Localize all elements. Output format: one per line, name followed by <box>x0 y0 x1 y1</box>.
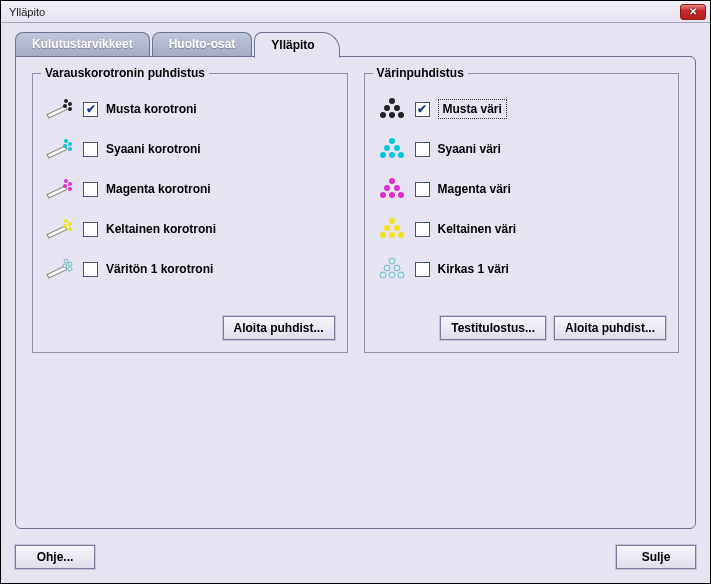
svg-point-33 <box>394 145 400 151</box>
client-area: Kulutustarvikkeet Huolto-osat Ylläpito V… <box>1 23 710 583</box>
title-bar: Ylläpito ✕ <box>1 1 710 23</box>
help-button[interactable]: Ohje... <box>15 545 95 569</box>
toner-testprint-button[interactable]: Testitulostus... <box>440 316 546 340</box>
svg-point-30 <box>398 112 404 118</box>
svg-point-23 <box>63 264 67 268</box>
toner-label-cyan: Syaani väri <box>438 142 501 156</box>
toner-checkbox-magenta[interactable] <box>415 182 430 197</box>
tab-maintenance[interactable]: Ylläpito <box>254 32 339 58</box>
toner-item-clear1: Kirkas 1 väri <box>377 256 667 282</box>
bottom-bar: Ohje... Sulje <box>15 545 696 569</box>
corotron-icon-yellow <box>45 216 75 242</box>
toner-icon-black <box>377 96 407 122</box>
toner-label-clear1: Kirkas 1 väri <box>438 262 509 276</box>
svg-point-51 <box>394 265 400 271</box>
corotron-clean-group: Varauskorotronin puhdistus Musta korotro… <box>32 73 348 353</box>
corotron-label-black: Musta korotroni <box>106 102 197 116</box>
svg-point-6 <box>64 139 68 143</box>
toner-icon-cyan <box>377 136 407 162</box>
tab-service-parts[interactable]: Huolto-osat <box>152 32 253 58</box>
corotron-icon-clear1 <box>45 256 75 282</box>
corotron-checkbox-yellow[interactable] <box>83 222 98 237</box>
svg-point-28 <box>380 112 386 118</box>
window-title: Ylläpito <box>5 6 45 18</box>
svg-point-43 <box>389 218 395 224</box>
svg-point-40 <box>380 192 386 198</box>
corotron-checkbox-black[interactable] <box>83 102 98 117</box>
svg-point-13 <box>63 184 67 188</box>
corotron-checkbox-cyan[interactable] <box>83 142 98 157</box>
svg-point-38 <box>384 185 390 191</box>
tab-strip: Kulutustarvikkeet Huolto-osat Ylläpito <box>15 31 696 57</box>
corotron-item-clear1: Väritön 1 korotroni <box>45 256 335 282</box>
corotron-checkbox-magenta[interactable] <box>83 182 98 197</box>
corotron-group-title: Varauskorotronin puhdistus <box>41 66 209 80</box>
corotron-start-button[interactable]: Aloita puhdist... <box>223 316 335 340</box>
toner-checkbox-yellow[interactable] <box>415 222 430 237</box>
toner-label-yellow: Keltainen väri <box>438 222 517 236</box>
toner-item-magenta: Magenta väri <box>377 176 667 202</box>
corotron-label-yellow: Keltainen korotroni <box>106 222 216 236</box>
svg-rect-10 <box>47 186 67 198</box>
corotron-checkbox-clear1[interactable] <box>83 262 98 277</box>
corotron-label-clear1: Väritön 1 korotroni <box>106 262 213 276</box>
toner-checkbox-black[interactable] <box>415 102 430 117</box>
svg-point-8 <box>63 144 67 148</box>
svg-point-14 <box>68 187 72 191</box>
svg-point-26 <box>384 105 390 111</box>
toner-start-button[interactable]: Aloita puhdist... <box>554 316 666 340</box>
svg-point-53 <box>389 272 395 278</box>
svg-point-17 <box>68 222 72 226</box>
svg-point-11 <box>64 179 68 183</box>
svg-point-12 <box>68 182 72 186</box>
svg-point-27 <box>394 105 400 111</box>
toner-icon-yellow <box>377 216 407 242</box>
toner-label-magenta: Magenta väri <box>438 182 511 196</box>
toner-group-title: Värinpuhdistus <box>373 66 468 80</box>
svg-point-32 <box>384 145 390 151</box>
toner-item-black: Musta väri <box>377 96 667 122</box>
svg-point-42 <box>398 192 404 198</box>
svg-point-25 <box>389 98 395 104</box>
svg-point-39 <box>394 185 400 191</box>
close-button[interactable]: Sulje <box>616 545 696 569</box>
toner-item-yellow: Keltainen väri <box>377 216 667 242</box>
close-icon[interactable]: ✕ <box>680 4 706 20</box>
svg-point-9 <box>68 147 72 151</box>
svg-point-4 <box>68 107 72 111</box>
svg-point-48 <box>398 232 404 238</box>
toner-checkbox-clear1[interactable] <box>415 262 430 277</box>
svg-point-45 <box>394 225 400 231</box>
toner-clean-group: Värinpuhdistus Musta väri <box>364 73 680 353</box>
svg-point-7 <box>68 142 72 146</box>
svg-rect-15 <box>47 226 67 238</box>
toner-icon-clear1 <box>377 256 407 282</box>
toner-checkbox-cyan[interactable] <box>415 142 430 157</box>
svg-rect-5 <box>47 146 67 158</box>
tab-consumables[interactable]: Kulutustarvikkeet <box>15 32 150 58</box>
corotron-item-yellow: Keltainen korotroni <box>45 216 335 242</box>
svg-point-44 <box>384 225 390 231</box>
maintenance-panel: Varauskorotronin puhdistus Musta korotro… <box>15 56 696 529</box>
svg-point-18 <box>63 224 67 228</box>
svg-point-34 <box>380 152 386 158</box>
svg-point-1 <box>64 99 68 103</box>
svg-point-47 <box>389 232 395 238</box>
svg-point-41 <box>389 192 395 198</box>
svg-point-49 <box>389 258 395 264</box>
svg-point-37 <box>389 178 395 184</box>
svg-point-3 <box>63 104 67 108</box>
svg-point-36 <box>398 152 404 158</box>
tab-container: Kulutustarvikkeet Huolto-osat Ylläpito V… <box>15 31 696 529</box>
corotron-icon-black <box>45 96 75 122</box>
corotron-item-black: Musta korotroni <box>45 96 335 122</box>
svg-point-52 <box>380 272 386 278</box>
corotron-label-cyan: Syaani korotroni <box>106 142 201 156</box>
corotron-item-magenta: Magenta korotroni <box>45 176 335 202</box>
svg-point-29 <box>389 112 395 118</box>
svg-point-24 <box>68 267 72 271</box>
corotron-item-cyan: Syaani korotroni <box>45 136 335 162</box>
svg-point-31 <box>389 138 395 144</box>
toner-item-cyan: Syaani väri <box>377 136 667 162</box>
svg-rect-0 <box>47 106 67 118</box>
